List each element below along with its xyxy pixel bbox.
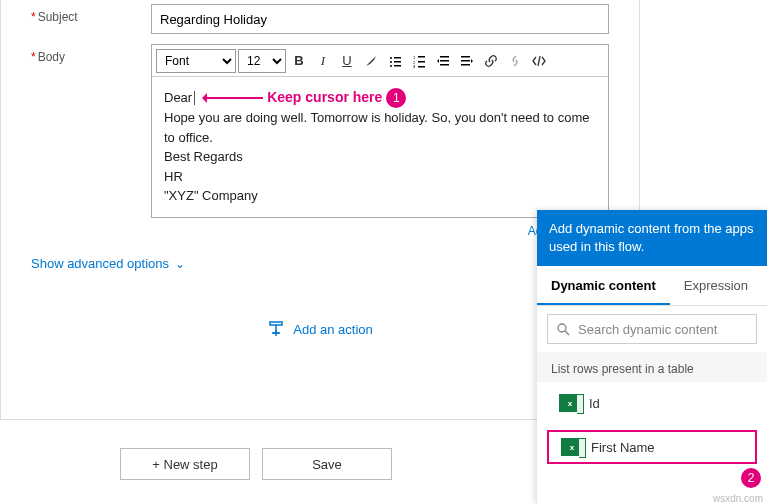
- tab-dynamic-content[interactable]: Dynamic content: [537, 266, 670, 305]
- svg-point-0: [390, 57, 392, 59]
- chip-id[interactable]: x Id: [547, 388, 757, 418]
- annotation-text: Keep cursor here: [267, 87, 382, 108]
- body-label: *Body: [31, 44, 151, 218]
- svg-line-24: [565, 331, 569, 335]
- bullet-list-button[interactable]: [384, 50, 406, 72]
- unlink-button[interactable]: [504, 50, 526, 72]
- panel-search[interactable]: Search dynamic content: [547, 314, 757, 344]
- search-icon: [556, 322, 570, 336]
- excel-icon: x: [561, 438, 583, 456]
- svg-rect-15: [461, 56, 470, 58]
- svg-rect-1: [394, 57, 401, 59]
- svg-rect-5: [394, 65, 401, 67]
- svg-rect-18: [270, 322, 282, 325]
- dynamic-content-panel: Add dynamic content from the apps used i…: [537, 210, 767, 504]
- outdent-button[interactable]: [432, 50, 454, 72]
- panel-tabs: Dynamic content Expression: [537, 266, 767, 306]
- chip-label: First Name: [591, 440, 655, 455]
- body-editor[interactable]: Dear Keep cursor here 1 Hope you are doi…: [152, 77, 608, 217]
- editor-line: "XYZ" Company: [164, 186, 596, 206]
- panel-header: Add dynamic content from the apps used i…: [537, 210, 767, 266]
- underline-button[interactable]: U: [336, 50, 358, 72]
- body-box: Font 12 B I U 123: [151, 44, 609, 218]
- indent-button[interactable]: [456, 50, 478, 72]
- svg-point-4: [390, 65, 392, 67]
- svg-point-23: [558, 324, 566, 332]
- show-advanced-options[interactable]: Show advanced options ⌄: [31, 256, 185, 271]
- chevron-down-icon: ⌄: [175, 257, 185, 271]
- body-row: *Body Font 12 B I U 123: [31, 44, 609, 218]
- bold-button[interactable]: B: [288, 50, 310, 72]
- svg-rect-17: [461, 64, 470, 66]
- rich-text-toolbar: Font 12 B I U 123: [152, 45, 608, 77]
- link-button[interactable]: [480, 50, 502, 72]
- watermark: wsxdn.com: [713, 493, 763, 504]
- chip-first-name[interactable]: x First Name: [547, 430, 757, 464]
- code-view-button[interactable]: [528, 50, 550, 72]
- svg-text:3: 3: [413, 64, 416, 68]
- svg-rect-7: [418, 56, 425, 58]
- subject-row: *Subject: [31, 4, 609, 34]
- editor-text-dear: Dear: [164, 88, 192, 108]
- editor-line: Best Regards: [164, 147, 596, 167]
- svg-rect-11: [418, 66, 425, 68]
- number-list-button[interactable]: 123: [408, 50, 430, 72]
- svg-rect-9: [418, 61, 425, 63]
- svg-rect-3: [394, 61, 401, 63]
- subject-input[interactable]: [151, 4, 609, 34]
- search-placeholder: Search dynamic content: [578, 322, 717, 337]
- tab-expression[interactable]: Expression: [670, 266, 762, 305]
- editor-line: HR: [164, 167, 596, 187]
- editor-line: Hope you are doing well. Tomorrow is hol…: [164, 108, 596, 147]
- svg-rect-13: [440, 60, 449, 62]
- text-cursor: [194, 91, 195, 105]
- svg-rect-14: [440, 64, 449, 66]
- add-dynamic-link[interactable]: Add dynamic: [31, 224, 609, 238]
- svg-point-2: [390, 61, 392, 63]
- highlight-button[interactable]: [360, 50, 382, 72]
- font-family-select[interactable]: Font: [156, 49, 236, 73]
- subject-label: *Subject: [31, 4, 151, 34]
- annotation-arrow: [203, 97, 263, 99]
- new-step-button[interactable]: + New step: [120, 448, 250, 480]
- bottom-buttons: + New step Save: [120, 448, 392, 480]
- excel-icon: x: [559, 394, 581, 412]
- annotation-badge-1: 1: [386, 88, 406, 108]
- svg-rect-12: [440, 56, 449, 58]
- italic-button[interactable]: I: [312, 50, 334, 72]
- font-size-select[interactable]: 12: [238, 49, 286, 73]
- svg-rect-16: [461, 60, 470, 62]
- chip-label: Id: [589, 396, 600, 411]
- panel-section-label: List rows present in a table: [537, 352, 767, 382]
- save-button[interactable]: Save: [262, 448, 392, 480]
- annotation-badge-2: 2: [741, 468, 761, 488]
